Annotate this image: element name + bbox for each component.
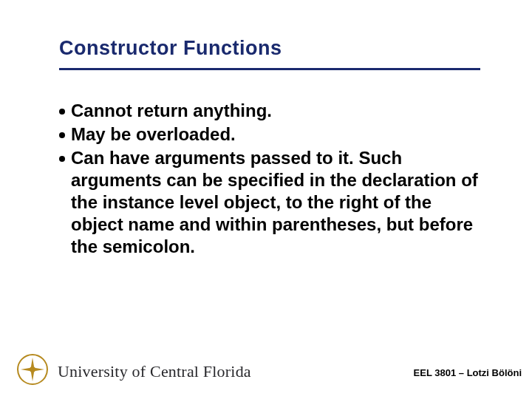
- bullet-text: Can have arguments passed to it. Such ar…: [71, 147, 488, 258]
- bullet-icon: [59, 109, 65, 115]
- bullet-icon: [59, 156, 65, 162]
- bullet-list: Cannot return anything. May be overloade…: [59, 100, 488, 259]
- slide: Constructor Functions Cannot return anyt…: [0, 0, 532, 399]
- title-underline: [59, 68, 480, 70]
- course-label: EEL 3801 – Lotzi Bölöni: [414, 367, 522, 378]
- slide-footer: University of Central Florida EEL 3801 –…: [0, 346, 532, 399]
- slide-title: Constructor Functions: [59, 37, 282, 60]
- list-item: Cannot return anything.: [59, 100, 488, 122]
- list-item: May be overloaded.: [59, 123, 488, 146]
- bullet-text: May be overloaded.: [71, 123, 236, 146]
- list-item: Can have arguments passed to it. Such ar…: [59, 147, 488, 258]
- ucf-logo-icon: [16, 353, 49, 386]
- bullet-text: Cannot return anything.: [71, 100, 272, 122]
- bullet-icon: [59, 132, 65, 138]
- university-name: University of Central Florida: [58, 362, 251, 381]
